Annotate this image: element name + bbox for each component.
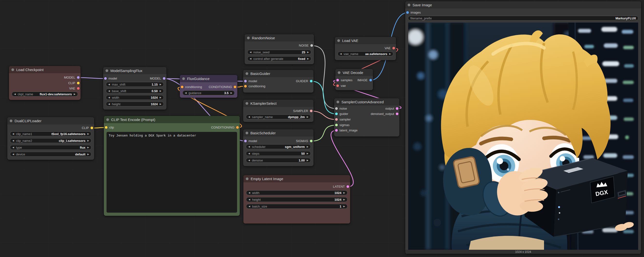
increment-arrow-icon[interactable]: ▶ (307, 51, 309, 53)
widget-height[interactable]: ◀height1024▶ (106, 102, 164, 106)
output-slot-CONDITIONING[interactable] (236, 126, 239, 129)
decrement-arrow-icon[interactable]: ◀ (12, 153, 14, 155)
decrement-arrow-icon[interactable]: ◀ (185, 92, 186, 94)
decrement-arrow-icon[interactable]: ◀ (248, 159, 250, 162)
node-vae-decode[interactable]: VAE DecodesamplesvaeIMAGE (335, 69, 373, 90)
node-load-checkpoint[interactable]: Load CheckpointMODELCLIPVAE◀ckpt_nameflu… (9, 66, 80, 100)
output-slot-denoised_output[interactable] (396, 112, 398, 115)
decrement-arrow-icon[interactable]: ◀ (248, 116, 250, 118)
increment-arrow-icon[interactable]: ▶ (87, 133, 89, 135)
node-random-noise[interactable]: RandomNoiseNOISE◀noise_seed25▶◀control a… (244, 34, 314, 64)
decrement-arrow-icon[interactable]: ◀ (14, 93, 16, 95)
decrement-arrow-icon[interactable]: ◀ (12, 133, 14, 135)
widget-vae_name[interactable]: ◀vae_nameae.safetensors▶ (338, 51, 393, 56)
node-clip-text-encode[interactable]: CLIP Text Encode (Prompt)clipCONDITIONIN… (104, 116, 240, 216)
collapse-dot-icon[interactable] (106, 118, 109, 121)
increment-arrow-icon[interactable]: ▶ (389, 53, 391, 55)
increment-arrow-icon[interactable]: ▶ (160, 90, 161, 92)
prompt-textarea[interactable]: Toy Jensen holding a DGX Spark in a data… (106, 132, 237, 213)
output-slot-IMAGE[interactable] (369, 79, 372, 81)
output-slot-VAE[interactable] (77, 87, 80, 90)
increment-arrow-icon[interactable]: ▶ (87, 153, 89, 155)
node-sampler-custom-advanced[interactable]: SamplerCustomAdvancednoiseguidersamplers… (334, 98, 400, 137)
input-slot-noise[interactable] (335, 107, 338, 110)
widget-filename_prefix[interactable]: filename_prefixMarkuryFLUX (408, 16, 638, 21)
increment-arrow-icon[interactable]: ▶ (307, 116, 308, 118)
output-slot-CLIP[interactable] (77, 82, 80, 84)
increment-arrow-icon[interactable]: ▶ (160, 96, 161, 99)
increment-arrow-icon[interactable]: ▶ (87, 146, 89, 149)
input-slot-clip[interactable] (105, 126, 108, 129)
output-slot-CONDITIONING[interactable] (234, 86, 236, 88)
decrement-arrow-icon[interactable]: ◀ (248, 205, 250, 208)
output-slot-output[interactable] (396, 107, 398, 110)
input-slot-vae[interactable] (336, 84, 339, 87)
input-slot-model[interactable] (244, 80, 247, 82)
decrement-arrow-icon[interactable]: ◀ (250, 51, 252, 53)
collapse-dot-icon[interactable] (408, 4, 410, 6)
input-slot-latent_image[interactable] (335, 129, 338, 132)
input-slot-conditioning[interactable] (244, 85, 247, 87)
decrement-arrow-icon[interactable]: ◀ (248, 146, 250, 148)
widget-width[interactable]: ◀width1024▶ (106, 95, 164, 100)
collapse-dot-icon[interactable] (106, 69, 108, 72)
increment-arrow-icon[interactable]: ▶ (343, 205, 345, 208)
decrement-arrow-icon[interactable]: ◀ (108, 96, 110, 99)
output-slot-SAMPLER[interactable] (310, 110, 312, 112)
collapse-dot-icon[interactable] (246, 102, 248, 105)
widget-width[interactable]: ◀width1024▶ (246, 190, 348, 195)
widget-scheduler[interactable]: ◀schedulersgm_uniform▶ (246, 144, 311, 149)
input-slot-conditioning[interactable] (181, 86, 184, 88)
output-slot-VAE[interactable] (392, 47, 395, 49)
output-slot-NOISE[interactable] (310, 44, 313, 47)
collapse-dot-icon[interactable] (246, 178, 248, 180)
widget-sampler_name[interactable]: ◀sampler_namedpmpp_2m▶ (246, 114, 311, 119)
widget-base_shift[interactable]: ◀base_shift0.50▶ (106, 88, 164, 93)
widget-denoise[interactable]: ◀denoise1.00▶ (246, 158, 311, 163)
collapse-dot-icon[interactable] (246, 132, 248, 134)
output-slot-MODEL[interactable] (163, 77, 166, 80)
output-slot-LATENT[interactable] (346, 185, 349, 188)
decrement-arrow-icon[interactable]: ◀ (248, 199, 250, 201)
widget-noise_seed[interactable]: ◀noise_seed25▶ (247, 50, 311, 54)
decrement-arrow-icon[interactable]: ◀ (248, 153, 250, 155)
node-dual-clip-loader[interactable]: DualCLIPLoaderCLIP◀clip_name1t5xxl_fp16.… (7, 117, 94, 160)
widget-steps[interactable]: ◀steps50▶ (246, 151, 311, 156)
widget-type[interactable]: ◀typeflux▶ (10, 145, 92, 150)
collapse-dot-icon[interactable] (10, 120, 12, 122)
output-slot-MODEL[interactable] (77, 76, 80, 79)
input-slot-guider[interactable] (335, 112, 338, 115)
increment-arrow-icon[interactable]: ▶ (160, 83, 161, 86)
node-model-sampling-flux[interactable]: ModelSamplingFluxmodelMODEL◀max_shift1.1… (103, 67, 166, 110)
input-slot-model[interactable] (244, 140, 247, 142)
output-slot-SIGMAS[interactable] (310, 140, 312, 142)
widget-guidance[interactable]: ◀guidance3.5▶ (182, 90, 235, 95)
collapse-dot-icon[interactable] (338, 71, 340, 74)
decrement-arrow-icon[interactable]: ◀ (12, 140, 14, 142)
node-basic-scheduler[interactable]: BasicSchedulermodelSIGMAS◀schedulersgm_u… (243, 129, 314, 166)
widget-clip_name2[interactable]: ◀clip_name2clip_l.safetensors▶ (10, 138, 92, 143)
widget-batch_size[interactable]: ◀batch_size1▶ (246, 204, 348, 209)
increment-arrow-icon[interactable]: ▶ (307, 159, 308, 162)
increment-arrow-icon[interactable]: ▶ (343, 192, 345, 194)
collapse-dot-icon[interactable] (12, 68, 14, 71)
decrement-arrow-icon[interactable]: ◀ (12, 146, 14, 149)
decrement-arrow-icon[interactable]: ◀ (108, 83, 110, 86)
node-empty-latent-image[interactable]: Empty Latent ImageLATENT◀width1024▶◀heig… (244, 175, 350, 224)
node-save-image[interactable]: Save Imageimagesfilename_prefixMarkuryFL… (405, 1, 641, 254)
increment-arrow-icon[interactable]: ▶ (87, 140, 89, 142)
input-slot-sampler[interactable] (335, 118, 338, 121)
node-load-vae[interactable]: Load VAEVAE◀vae_nameae.safetensors▶ (335, 37, 396, 60)
decrement-arrow-icon[interactable]: ◀ (340, 53, 342, 55)
collapse-dot-icon[interactable] (337, 39, 340, 42)
increment-arrow-icon[interactable]: ▶ (307, 58, 309, 60)
widget-max_shift[interactable]: ◀max_shift1.15▶ (106, 82, 164, 87)
node-basic-guider[interactable]: BasicGuidermodelconditioningGUIDER (243, 70, 314, 93)
node-graph-canvas[interactable]: Load CheckpointMODELCLIPVAE◀ckpt_nameflu… (0, 0, 644, 257)
collapse-dot-icon[interactable] (336, 101, 339, 103)
input-slot-samples[interactable] (336, 79, 339, 81)
output-slot-CLIP[interactable] (90, 127, 93, 129)
collapse-dot-icon[interactable] (246, 72, 248, 75)
collapse-dot-icon[interactable] (247, 37, 250, 39)
widget-height[interactable]: ◀height1024▶ (246, 197, 348, 202)
